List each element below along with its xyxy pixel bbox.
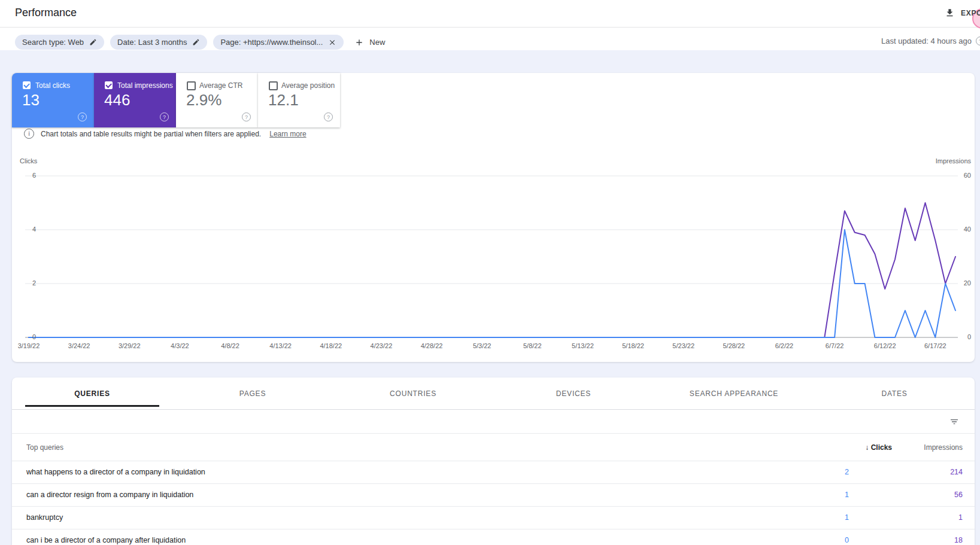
dimensions-table-card: QUERIES PAGES COUNTRIES DEVICES SEARCH A… [12,377,975,545]
clicks-cell: 0 [777,536,849,544]
plus-icon [354,38,364,47]
clicks-cell: 2 [777,468,849,476]
x-axis-tick: 4/13/22 [269,342,292,349]
x-axis-tick: 4/23/22 [371,342,393,349]
search-type-chip[interactable]: Search type: Web [15,35,104,50]
x-axis-tick: 6/2/22 [775,342,794,349]
metric-label: Average position [281,81,335,90]
tab-devices[interactable]: DEVICES [493,377,654,409]
new-filter-button[interactable]: New [354,38,385,47]
info-icon: i [24,129,34,139]
x-axis-tick: 4/18/22 [320,342,342,349]
average-ctr-tile[interactable]: Average CTR 2.9% ? [176,73,258,127]
date-range-chip-label: Date: Last 3 months [117,38,187,47]
query-cell: can i be a director of a company after l… [26,536,186,544]
clicks-cell: 1 [777,491,849,499]
y-axis-tick-left: 2 [20,279,36,287]
impressions-cell: 1 [891,513,963,522]
clicks-cell: 1 [777,513,849,522]
checkbox-checked-icon[interactable] [23,81,31,89]
total-clicks-tile[interactable]: Total clicks 13 ? [12,73,94,127]
x-axis-tick: 5/18/22 [622,342,644,349]
partial-data-notice: i Chart totals and table results might b… [24,129,307,139]
x-axis-tick: 3/24/22 [68,342,90,349]
query-cell: what happens to a director of a company … [26,468,205,476]
chart-lines [29,172,955,342]
y-axis-tick-right: 40 [955,226,971,233]
filter-bar: Search type: Web Date: Last 3 months Pag… [0,28,980,50]
y-axis-tick-right: 0 [955,333,971,340]
y-axis-tick-right: 60 [955,172,971,179]
help-icon[interactable]: ? [160,112,169,121]
help-icon[interactable]: ? [78,112,87,121]
x-axis-tick: 6/17/22 [924,342,946,349]
sort-arrow-down-icon: ↓ [865,443,869,452]
page-filter-chip[interactable]: Page: +https://www.theinsol... [213,35,344,50]
date-range-chip[interactable]: Date: Last 3 months [110,35,207,50]
close-icon[interactable] [328,38,336,47]
export-button[interactable]: EXPORT [945,8,980,18]
edit-icon[interactable] [192,38,200,46]
time-series-chart [29,172,955,342]
page-title: Performance [15,7,77,19]
page-filter-chip-label: Page: +https://www.theinsol... [220,38,323,47]
impressions-cell: 18 [891,536,963,544]
edit-icon[interactable] [89,38,97,46]
table-filter-row [12,410,975,434]
performance-page: Performance EXPORT Search type: Web Date… [0,0,980,545]
x-axis-tick: 5/28/22 [723,342,745,349]
last-updated-text: Last updated: 4 hours ago [881,36,972,45]
x-axis-tick: 3/29/22 [119,342,141,349]
metric-tiles: Total clicks 13 ? Total impressions 446 … [12,73,340,127]
tab-search-appearance[interactable]: SEARCH APPEARANCE [654,377,814,409]
table-row[interactable]: bankruptcy 1 1 [12,506,975,529]
help-icon[interactable]: ? [242,112,251,121]
tab-queries[interactable]: QUERIES [12,377,172,409]
x-axis-tick: 5/8/22 [523,342,542,349]
search-type-chip-label: Search type: Web [22,38,84,47]
x-axis-tick: 5/23/22 [672,342,694,349]
table-row[interactable]: can a director resign from a company in … [12,483,975,507]
tab-pages[interactable]: PAGES [172,377,333,409]
metric-value: 12.1 [268,91,299,109]
y-axis-tick-left: 4 [20,226,36,233]
filter-list-icon[interactable] [949,417,959,427]
export-label: EXPORT [961,9,980,17]
impressions-cell: 56 [891,491,963,499]
x-axis-tick: 4/3/22 [171,342,189,349]
x-axis-tick: 4/8/22 [221,342,239,349]
y-axis-tick-left: 0 [20,333,36,340]
total-impressions-tile[interactable]: Total impressions 446 ? [94,73,176,127]
x-axis-tick: 3/19/22 [18,342,40,349]
learn-more-link[interactable]: Learn more [269,130,306,138]
table-header-row: Top queries ↓ Clicks Impressions [12,434,975,461]
last-updated: Last updated: 4 hours ago ? [881,36,980,45]
checkbox-unchecked-icon[interactable] [269,81,278,90]
y-axis-tick-left: 6 [20,172,36,179]
table-row[interactable]: what happens to a director of a company … [12,461,975,484]
left-axis-title: Clicks [20,157,37,165]
clicks-column-header[interactable]: ↓ Clicks [820,443,892,452]
impressions-column-header[interactable]: Impressions [891,443,963,452]
x-axis-tick: 6/12/22 [874,342,896,349]
notice-text: Chart totals and table results might be … [41,130,261,138]
metric-label: Average CTR [199,81,242,90]
top-bar: Performance EXPORT [0,0,980,28]
tab-dates[interactable]: DATES [814,377,975,409]
table-row[interactable]: can i be a director of a company after l… [12,529,975,545]
x-axis-tick: 4/28/22 [421,342,443,349]
help-icon[interactable]: ? [324,112,333,121]
performance-chart-card: Total clicks 13 ? Total impressions 446 … [12,73,975,362]
metric-value: 2.9% [186,91,222,109]
filter-chips: Search type: Web Date: Last 3 months Pag… [15,35,385,50]
average-position-tile[interactable]: Average position 12.1 ? [258,73,340,127]
metric-label: Total impressions [117,81,173,90]
metric-value: 13 [22,91,40,109]
checkbox-checked-icon[interactable] [105,81,113,89]
top-queries-header: Top queries [26,443,63,452]
y-axis-tick-right: 20 [955,279,971,287]
query-cell: bankruptcy [26,513,63,522]
checkbox-unchecked-icon[interactable] [187,81,196,90]
help-icon[interactable]: ? [976,36,980,45]
tab-countries[interactable]: COUNTRIES [333,377,493,409]
